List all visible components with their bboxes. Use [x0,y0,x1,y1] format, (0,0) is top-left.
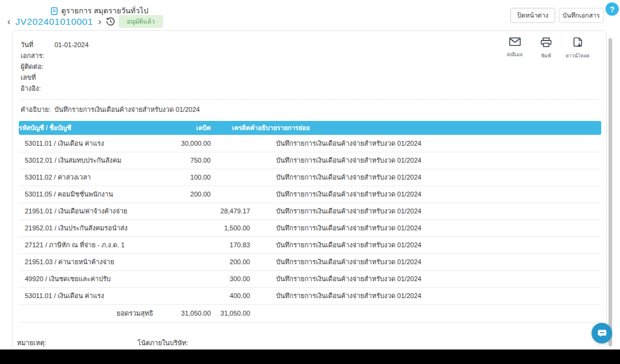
cell-debit [153,270,211,287]
cell-credit: 400.00 [211,287,250,304]
chat-widget-button[interactable] [592,323,612,343]
document-nav: ‹ JV202401010001 › อนุมัติแล้ว [5,15,163,28]
cell-debit [153,287,211,304]
print-icon [541,37,552,50]
description-label: คำอธิบาย: [21,105,54,114]
document-info: วันที่เอกสาร: 01-01-2024 ผู้ติดต่อ: เลขท… [13,31,606,94]
cell-account: 21951.03 / ค่านายหน้าค้างจ่าย [19,253,153,270]
document-icon [51,7,58,15]
cell-account: 49920 / เงินชดเชยและค่าปรับ [19,270,153,287]
cell-account: 53011.01 / เงินเดือน ค่าแรง [19,135,153,152]
cell-note: บันทึกรายการเงินเดือนค้างจ่ายสำหรับงวด 0… [250,169,601,186]
download-label: ดาวน์โหลด [566,52,589,60]
document-action-icons: ส่งอีเมล พิมพ์ ดาวน์โหลด [502,37,590,60]
table-row: 53011.02 / ค่าล่วงเวลา100.00บันทึกรายการ… [19,169,601,186]
table-row: 53012.01 / เงินสมทบประกันสังคม750.00บันท… [19,152,601,169]
email-icon [509,37,521,48]
cell-debit: 750.00 [153,152,211,169]
cell-credit: 28,479.17 [211,203,250,219]
cell-account: 53012.01 / เงินสมทบประกันสังคม [19,152,153,169]
cell-note: บันทึกรายการเงินเดือนค้างจ่ายสำหรับงวด 0… [250,253,601,270]
cell-note: บันทึกรายการเงินเดือนค้างจ่ายสำหรับงวด 0… [250,152,601,169]
print-button[interactable]: พิมพ์ [533,37,559,60]
next-document-button[interactable]: › [96,16,104,28]
total-row: ยอดรวมสุทธิ 31,050.00 31,050.00 [19,304,601,322]
table-row: 21951.01 / เงินเดือน/ค่าจ้างค้างจ่าย28,4… [19,203,601,219]
cell-debit [153,253,211,270]
cell-account: 21952.01 / เงินประกันสังคมรอนำส่ง [19,219,153,236]
cell-note: บันทึกรายการเงินเดือนค้างจ่ายสำหรับงวด 0… [250,135,601,152]
reference-label: เลขที่อ้างอิง: [21,72,54,94]
cell-note: บันทึกรายการเงินเดือนค้างจ่ายสำหรับงวด 0… [250,270,601,287]
doc-date-label: วันที่เอกสาร: [21,39,54,61]
cell-note: บันทึกรายการเงินเดือนค้างจ่ายสำหรับงวด 0… [250,186,601,203]
print-label: พิมพ์ [541,52,551,60]
cell-debit: 100.00 [153,169,211,186]
cell-debit [153,219,211,236]
journal-table: รหัสบัญชี / ชื่อบัญชี เดบิต เครดิต คำอธิ… [19,121,601,323]
cell-debit: 200.00 [153,186,211,203]
cell-account: 53011.02 / ค่าล่วงเวลา [19,169,153,186]
doc-date-value: 01-01-2024 [54,39,88,61]
total-credit: 31,050.00 [211,304,250,322]
table-row: 53011.01 / เงินเดือน ค่าแรง400.00บันทึกร… [19,287,601,304]
document-number-link[interactable]: JV202401010001 [15,16,93,27]
notes-section: หมายเหตุ: โน้ตภายในบริษัท: [17,337,606,351]
cell-debit: 30,000.00 [153,135,211,152]
save-document-button[interactable]: บันทึกเอกสาร [559,8,604,23]
cell-note: บันทึกรายการเงินเดือนค้างจ่ายสำหรับงวด 0… [250,203,601,219]
table-header-row: รหัสบัญชี / ชื่อบัญชี เดบิต เครดิต คำอธิ… [19,121,601,135]
document-card: วันที่เอกสาร: 01-01-2024 ผู้ติดต่อ: เลขท… [12,30,607,351]
download-button[interactable]: ดาวน์โหลด [565,37,590,60]
vertical-scrollbar[interactable] [608,38,612,346]
cell-credit [211,186,250,203]
chat-icon [598,330,607,337]
table-row: 53011.01 / เงินเดือน ค่าแรง30,000.00บันท… [19,135,601,152]
cell-credit [211,169,250,186]
header-credit: เครดิต [211,121,250,135]
status-badge: อนุมัติแล้ว [119,15,162,28]
description-row: คำอธิบาย: บันทึกรายการเงินเดือนค้างจ่ายส… [13,100,606,120]
history-icon[interactable] [106,17,115,26]
cell-credit: 200.00 [211,253,250,270]
header-account: รหัสบัญชี / ชื่อบัญชี [19,121,153,135]
screen-letterbox [0,349,620,364]
internal-note-label: โน้ตภายในบริษัท: [137,337,250,348]
cell-credit: 170.83 [211,236,250,253]
cell-debit [153,203,211,219]
cell-note: บันทึกรายการเงินเดือนค้างจ่ายสำหรับงวด 0… [250,287,601,304]
cell-note: บันทึกรายการเงินเดือนค้างจ่ายสำหรับงวด 0… [250,219,601,236]
cell-credit: 300.00 [211,270,250,287]
table-row: 53011.05 / คอมมิชชั่นพนักงาน200.00บันทึก… [19,186,601,203]
header-note: คำอธิบายรายการย่อย [250,121,601,135]
close-window-button[interactable]: ปิดหน้าต่าง [510,8,555,23]
prev-document-button[interactable]: ‹ [5,16,13,28]
cell-account: 21951.01 / เงินเดือน/ค่าจ้างค้างจ่าย [19,203,153,219]
cell-account: 53011.01 / เงินเดือน ค่าแรง [19,287,153,304]
cell-account: 27121 / ภาษีหัก ณ ที่จ่าย - ภ.ง.ด. 1 [19,236,153,253]
total-debit: 31,050.00 [153,304,211,322]
remark-label: หมายเหตุ: [17,337,130,348]
window-actions: ปิดหน้าต่าง บันทึกเอกสาร [510,8,604,23]
cell-note: บันทึกรายการเงินเดือนค้างจ่ายสำหรับงวด 0… [250,236,601,253]
table-row: 21952.01 / เงินประกันสังคมรอนำส่ง1,500.0… [19,219,601,236]
header-debit: เดบิต [153,121,211,135]
cell-debit [153,236,211,253]
cell-credit [211,152,250,169]
description-value: บันทึกรายการเงินเดือนค้างจ่ายสำหรับงวด 0… [54,105,200,114]
help-button[interactable]: ? [605,2,619,16]
cell-credit: 1,500.00 [211,219,250,236]
contact-label: ผู้ติดต่อ: [21,61,54,72]
send-email-button[interactable]: ส่งอีเมล [502,37,527,60]
download-icon [573,37,582,50]
table-row: 21951.03 / ค่านายหน้าค้างจ่าย200.00บันทึ… [19,253,601,270]
total-note-spacer [250,304,601,322]
cell-account: 53011.05 / คอมมิชชั่นพนักงาน [19,186,153,203]
table-row: 27121 / ภาษีหัก ณ ที่จ่าย - ภ.ง.ด. 1170.… [19,236,601,253]
table-row: 49920 / เงินชดเชยและค่าปรับ300.00บันทึกร… [19,270,601,287]
total-label: ยอดรวมสุทธิ [19,304,153,322]
send-email-label: ส่งอีเมล [507,51,523,59]
cell-credit [211,135,250,152]
